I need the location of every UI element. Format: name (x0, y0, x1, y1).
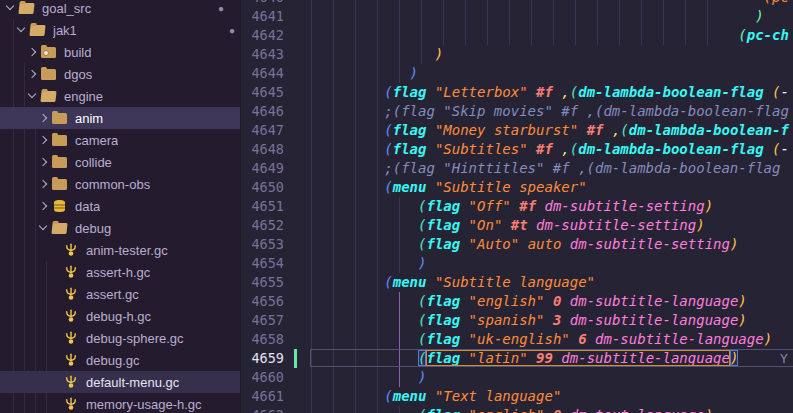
code-line-4641[interactable]: 4641 ) (241, 7, 793, 26)
line-number[interactable]: 4643 (241, 45, 284, 64)
code-text: (flag "Off" #f dm-subtitle-setting) (300, 197, 713, 216)
tree-item-dgos[interactable]: dgos (0, 63, 240, 85)
code-line-4647[interactable]: 4647 (flag "Money starburst" #f ,(dm-lam… (241, 121, 793, 140)
gc-file-icon (64, 243, 78, 257)
chevron-spacer (48, 376, 60, 388)
code-line-4651[interactable]: 4651 (flag "Off" #f dm-subtitle-setting) (241, 197, 793, 216)
chevron-down-icon[interactable] (15, 24, 27, 36)
tree-item-build[interactable]: build (0, 41, 240, 63)
line-number[interactable]: 4641 (241, 7, 284, 26)
line-number[interactable]: 4662 (241, 406, 284, 413)
tree-item-common-obs[interactable]: common-obs (0, 173, 240, 195)
code-line-4652[interactable]: 4652 (flag "On" #t dm-subtitle-setting) (241, 216, 793, 235)
tree-item-label: anim (75, 111, 103, 126)
line-number[interactable]: 4657 (241, 311, 284, 330)
folder-open-icon (30, 23, 47, 37)
tree-item-assert-gc[interactable]: assert.gc (0, 283, 240, 305)
file-explorer: goal_src●jak1●builddgosengine●animcamera… (0, 0, 240, 413)
line-number[interactable]: 4656 (241, 292, 284, 311)
line-number[interactable]: 4640 (241, 0, 284, 7)
line-number[interactable]: 4653 (241, 235, 284, 254)
line-number[interactable]: 4649 (241, 159, 284, 178)
code-line-4655[interactable]: 4655 (menu "Subtitle language" (241, 273, 793, 292)
chevron-right-icon[interactable] (37, 200, 49, 212)
code-text: (flag "spanish" 3 dm-subtitle-language) (300, 311, 747, 330)
tree-item-data[interactable]: data (0, 195, 240, 217)
chevron-down-icon[interactable] (26, 90, 38, 102)
gc-file-icon (63, 331, 80, 345)
chevron-down-icon[interactable] (4, 2, 16, 14)
tree-item-debug-h-gc[interactable]: debug-h.gc (0, 305, 240, 327)
code-line-4649[interactable]: 4649 ;(flag "Hinttitles" #f ,(dm-lambda-… (241, 159, 793, 178)
tree-item-label: anim-tester.gc (86, 243, 168, 258)
code-line-4648[interactable]: 4648 (flag "Subtitles" #f ,(dm-lambda-bo… (241, 140, 793, 159)
tree-item-collide[interactable]: collide (0, 151, 240, 173)
code-line-4644[interactable]: 4644 ) (241, 64, 793, 83)
line-number[interactable]: 4647 (241, 121, 284, 140)
tree-item-debug[interactable]: debug● (0, 217, 240, 239)
code-line-4658[interactable]: 4658 (flag "uk-english" 6 dm-subtitle-la… (241, 330, 793, 349)
line-number[interactable]: 4651 (241, 197, 284, 216)
tree-item-label: debug (75, 221, 111, 236)
code-line-4640[interactable]: 4640 (pc (241, 0, 793, 7)
code-line-4659[interactable]: 4659 (flag "latin" 99 dm-subtitle-langua… (241, 349, 793, 368)
tree-item-label: debug.gc (86, 353, 140, 368)
code-text: ) (300, 7, 764, 26)
tree-item-goal_src[interactable]: goal_src● (0, 0, 240, 19)
tree-item-debug-sphere-gc[interactable]: debug-sphere.gc (0, 327, 240, 349)
tree-item-label: memory-usage-h.gc (86, 397, 202, 412)
line-number[interactable]: 4644 (241, 64, 284, 83)
code-line-4654[interactable]: 4654 ) (241, 254, 793, 273)
tree-item-default-menu-gc[interactable]: default-menu.gcM (0, 371, 240, 393)
code-line-4650[interactable]: 4650 (menu "Subtitle speaker" (241, 178, 793, 197)
code-line-4645[interactable]: 4645 (flag "Letterbox" #f ,(dm-lambda-bo… (241, 83, 793, 102)
tree-item-anim[interactable]: anim (0, 107, 240, 129)
code-line-4643[interactable]: 4643 ) (241, 45, 793, 64)
code-text: ) (300, 368, 426, 387)
code-line-4661[interactable]: 4661 (menu "Text language" (241, 387, 793, 406)
chevron-right-icon[interactable] (37, 134, 49, 146)
modified-dot-badge: ● (229, 25, 235, 36)
code-line-4660[interactable]: 4660 ) (241, 368, 793, 387)
gc-file-icon (63, 265, 80, 279)
line-number[interactable]: 4652 (241, 216, 284, 235)
code-line-4646[interactable]: 4646 ;(flag "Skip movies" #f ,(dm-lambda… (241, 102, 793, 121)
line-number[interactable]: 4661 (241, 387, 284, 406)
line-number[interactable]: 4646 (241, 102, 284, 121)
folder-open-icon (41, 89, 58, 103)
tree-item-label: debug-sphere.gc (86, 331, 184, 346)
tree-item-anim-tester-gc[interactable]: anim-tester.gc (0, 239, 240, 261)
chevron-right-icon[interactable] (37, 112, 49, 124)
code-line-4642[interactable]: 4642 (pc-ch (241, 26, 793, 45)
chevron-right-icon[interactable] (26, 46, 38, 58)
chevron-right-icon[interactable] (37, 156, 49, 168)
tree-item-jak1[interactable]: jak1● (0, 19, 240, 41)
line-number[interactable]: 4655 (241, 273, 284, 292)
tree-item-memory-usage-h-gc[interactable]: memory-usage-h.gc (0, 393, 240, 413)
line-number[interactable]: 4654 (241, 254, 284, 273)
chevron-right-icon[interactable] (26, 68, 38, 80)
code-line-4653[interactable]: 4653 (flag "Auto" auto dm-subtitle-setti… (241, 235, 793, 254)
line-number[interactable]: 4660 (241, 368, 284, 387)
line-number[interactable]: 4642 (241, 26, 284, 45)
gc-file-icon (63, 287, 80, 301)
line-number[interactable]: 4659 (241, 349, 284, 368)
code-line-4662[interactable]: 4662 (flag "english" 0 dm-text-language) (241, 406, 793, 413)
folder-open-icon (19, 1, 36, 15)
tree-item-label: assert.gc (86, 287, 139, 302)
tree-item-engine[interactable]: engine● (0, 85, 240, 107)
line-number[interactable]: 4645 (241, 83, 284, 102)
line-number[interactable]: 4648 (241, 140, 284, 159)
tree-item-camera[interactable]: camera (0, 129, 240, 151)
tree-item-debug-gc[interactable]: debug.gc (0, 349, 240, 371)
code-line-4657[interactable]: 4657 (flag "spanish" 3 dm-subtitle-langu… (241, 311, 793, 330)
line-number[interactable]: 4658 (241, 330, 284, 349)
code-line-4656[interactable]: 4656 (flag "english" 0 dm-subtitle-langu… (241, 292, 793, 311)
line-number[interactable]: 4650 (241, 178, 284, 197)
code-text: (flag "uk-english" 6 dm-subtitle-languag… (300, 330, 772, 349)
tree-item-assert-h-gc[interactable]: assert-h.gc (0, 261, 240, 283)
chevron-right-icon[interactable] (37, 178, 49, 190)
code-text: (flag "Subtitles" #f ,(dm-lambda-boolean… (300, 140, 789, 159)
chevron-down-icon[interactable] (37, 222, 49, 234)
gc-file-icon (64, 331, 78, 345)
